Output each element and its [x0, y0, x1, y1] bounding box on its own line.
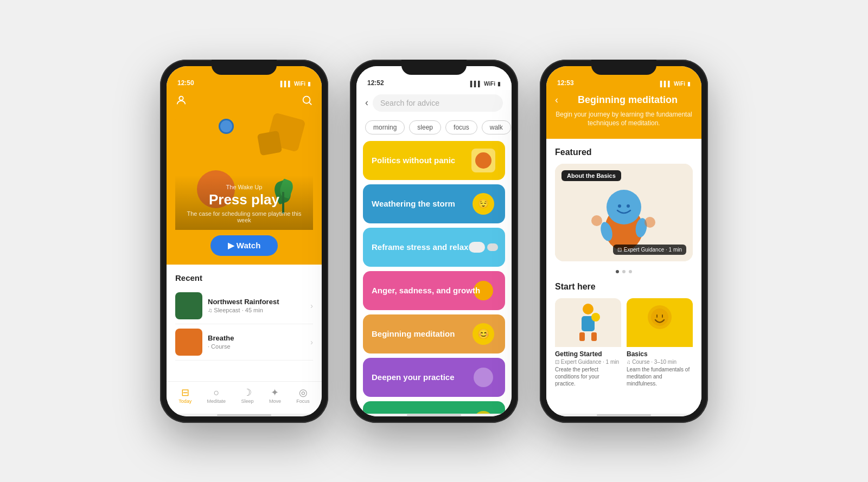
card-deco-1: 😌 [462, 184, 505, 223]
nav-focus[interactable]: ◎ Focus [292, 385, 314, 406]
status-time-3: 12:53 [557, 79, 574, 87]
recent-info-1: Breathe · Course [208, 334, 305, 350]
svg-point-17 [651, 309, 668, 326]
nav-meditate[interactable]: ○ Meditate [203, 385, 231, 406]
start-card-img-1 [627, 298, 693, 347]
featured-card[interactable]: About the Basics ⊡ Expert Guidance · 1 m… [555, 164, 693, 261]
start-card-meta-1: ♫ Course · 3–10 min [627, 359, 693, 365]
search-card-2[interactable]: Reframe stress and relax [363, 228, 505, 267]
detail-header: ‹ Beginning meditation Begin your journe… [546, 90, 701, 139]
start-card-1[interactable]: Basics ♫ Course · 3–10 min Learn the fun… [627, 298, 693, 390]
badge-text: Expert Guidance · 1 min [624, 247, 682, 253]
start-card-0[interactable]: Getting Started ⊡ Expert Guidance · 1 mi… [555, 298, 621, 390]
notch-3 [591, 60, 656, 75]
card-label-3: Anger, sadness, and growth [372, 286, 480, 295]
search-card-4[interactable]: Beginning meditation 😊 [363, 314, 505, 354]
bottom-nav: ⊟ Today ○ Meditate ☽ Sleep ✦ Move ◎ Fo [167, 381, 322, 414]
meditate-icon: ○ [213, 388, 219, 397]
recent-item-1[interactable]: Breathe · Course › [175, 324, 313, 361]
home-body: Recent Northwest Rainforest ♫ Sleepcast … [167, 265, 322, 381]
svg-point-6 [627, 204, 630, 208]
start-card-title-0: Getting Started [555, 350, 621, 358]
recent-title: Recent [175, 273, 313, 282]
chip-morning[interactable]: morning [365, 120, 405, 134]
chip-sleep[interactable]: sleep [409, 120, 441, 134]
search-card-6[interactable]: Focus at work [363, 401, 505, 414]
chevron-right-icon-1: › [310, 338, 313, 346]
svg-rect-14 [591, 332, 597, 341]
search-placeholder: Search for advice [380, 99, 439, 107]
recent-item-0[interactable]: Northwest Rainforest ♫ Sleepcast · 45 mi… [175, 288, 313, 324]
card-deco-5 [462, 358, 505, 397]
play-icon: ⊡ [617, 247, 622, 253]
phone-3: 12:53 ▌▌▌ WiFi ▮ ‹ Beginning meditation … [540, 60, 708, 423]
status-time-1: 12:50 [177, 79, 194, 87]
card-label-2: Reframe stress and relax [372, 242, 468, 252]
featured-label: Featured [555, 147, 693, 157]
search-bar: ‹ Search for advice [356, 90, 512, 118]
recent-meta-1: · Course [208, 343, 305, 350]
search-card-5[interactable]: Deepen your practice [363, 358, 505, 397]
dot-1 [622, 270, 626, 273]
nav-move-label: Move [269, 399, 281, 404]
back-button-3[interactable]: ‹ [555, 94, 558, 106]
hero-section: The Wake Up Press play The case for sche… [167, 90, 322, 230]
hero-text: The Wake Up Press play The case for sche… [175, 175, 313, 230]
battery-icon-3: ▮ [687, 81, 691, 87]
svg-point-4 [607, 190, 641, 224]
detail-subtitle: Begin your journey by learning the funda… [555, 110, 693, 128]
detail-title: Beginning meditation [563, 94, 693, 106]
start-card-info-0: Getting Started ⊡ Expert Guidance · 1 mi… [555, 347, 621, 390]
nav-today[interactable]: ⊟ Today [174, 385, 196, 406]
svg-point-5 [618, 204, 621, 208]
search-card-0[interactable]: Politics without panic [363, 141, 505, 180]
nav-move[interactable]: ✦ Move [265, 385, 285, 406]
chip-walk[interactable]: walk [482, 120, 511, 134]
detail-back-row: ‹ Beginning meditation [555, 94, 693, 106]
battery-icon: ▮ [308, 81, 311, 87]
status-time-2: 12:52 [367, 79, 384, 87]
hero-subtitle: The case for scheduling some playtime th… [184, 210, 304, 223]
svg-point-1 [303, 96, 310, 103]
dot-indicators [555, 270, 693, 273]
search-icon[interactable] [301, 94, 313, 106]
dot-0 [616, 270, 619, 273]
watch-btn-row: ▶ Watch [167, 230, 322, 265]
recent-thumb-1 [175, 329, 202, 356]
chevron-right-icon-0: › [310, 301, 313, 310]
hero-header [175, 94, 313, 106]
search-card-3[interactable]: Anger, sadness, and growth [363, 271, 505, 310]
card-deco-6 [462, 401, 505, 414]
watch-button[interactable]: ▶ Watch [210, 235, 278, 256]
svg-rect-13 [579, 332, 585, 341]
notch-1 [212, 60, 277, 75]
start-card-desc-0: Create the perfect conditions for your p… [555, 366, 621, 387]
search-card-1[interactable]: Weathering the storm 😌 [363, 184, 505, 223]
user-icon[interactable] [175, 94, 187, 106]
svg-point-9 [591, 215, 602, 226]
recent-name-1: Breathe [208, 334, 305, 342]
phone-2: 12:52 ▌▌▌ WiFi ▮ ‹ Search for advice mor… [350, 60, 518, 423]
search-list: Politics without panic Weathering the st… [356, 141, 512, 414]
nav-sleep-label: Sleep [241, 399, 254, 404]
card-deco-4: 😊 [462, 314, 505, 354]
detail-body: Featured [546, 139, 701, 413]
start-card-svg-0 [572, 301, 604, 344]
status-icons-1: ▌▌▌ WiFi ▮ [280, 81, 311, 87]
signal-icon-2: ▌▌▌ [470, 81, 482, 87]
move-icon: ✦ [271, 388, 279, 397]
recent-meta-0: ♫ Sleepcast · 45 min [208, 307, 305, 313]
search-input-wrap[interactable]: Search for advice [373, 94, 503, 112]
status-icons-3: ▌▌▌ WiFi ▮ [660, 81, 691, 87]
recent-info-0: Northwest Rainforest ♫ Sleepcast · 45 mi… [208, 298, 305, 313]
phone-1: 12:50 ▌▌▌ WiFi ▮ [160, 60, 328, 423]
chip-focus[interactable]: focus [445, 120, 477, 134]
signal-icon: ▌▌▌ [280, 81, 292, 87]
start-card-img-0 [555, 298, 621, 347]
notch-2 [401, 60, 467, 75]
status-icons-2: ▌▌▌ WiFi ▮ [470, 81, 501, 87]
nav-sleep[interactable]: ☽ Sleep [237, 385, 258, 406]
start-card-desc-1: Learn the fundamentals of meditation and… [627, 366, 693, 387]
hero-illustration: The Wake Up Press play The case for sche… [175, 111, 313, 230]
back-button-2[interactable]: ‹ [365, 97, 368, 108]
